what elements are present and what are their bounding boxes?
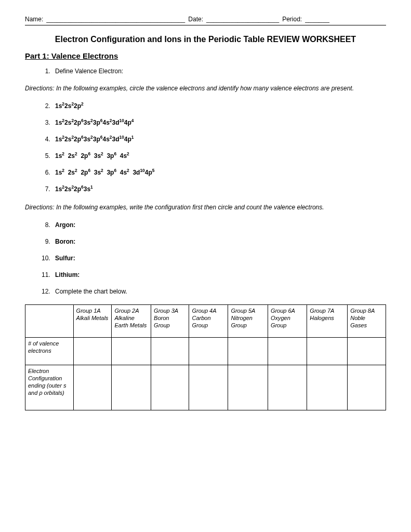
electron-config: 1s22s22p63s23p64s23d104p1 [55,136,134,143]
cell[interactable] [228,337,268,365]
chart-row-valence: # of valence electrons [25,337,386,365]
directions-1: Directions: In the following examples, c… [25,84,386,93]
cell[interactable] [228,365,268,410]
worksheet-page: Name: __________________________________… [0,0,411,532]
col-group-4a: Group 4ACarbon Group [189,304,228,337]
cell[interactable] [112,365,151,410]
question-2: 1s22s22p2 [52,102,386,110]
cell[interactable] [189,365,228,410]
col-group-5a: Group 5ANitrogen Group [228,304,268,337]
groups-chart: Group 1AAlkali Metals Group 2AAlkaline E… [25,304,386,410]
cell[interactable] [307,337,348,365]
row-label-config: Electron Configuration ending (outer s a… [25,365,74,410]
header-fields: Name: __________________________________… [25,16,386,25]
cell[interactable] [112,337,151,365]
cell[interactable] [151,365,189,410]
col-group-8a: Group 8ANoble Gases [348,304,386,337]
question-6: 1s2 2s2 2p6 3s2 3p6 4s2 3d104p5 [52,169,386,176]
electron-config: 1s22s22p63s23p64s23d104p4 [55,119,134,126]
question-7: 1s22s22p63s1 [52,185,386,193]
chart-row-config-ending: Electron Configuration ending (outer s a… [25,365,386,410]
period-label: Period: [282,16,302,23]
question-8: Argon: [52,221,386,229]
cell[interactable] [268,365,307,410]
row-label-valence: # of valence electrons [25,337,74,365]
period-blank[interactable]: _______ [305,16,329,23]
electron-config: 1s22s22p2 [55,102,84,110]
question-12: Complete the chart below. [52,288,386,295]
question-4: 1s22s22p63s23p64s23d104p1 [52,136,386,143]
date-blank[interactable]: _____________________ [206,16,279,23]
directions-2: Directions: In the following examples, w… [25,203,386,212]
col-group-6a: Group 6AOxygen Group [268,304,307,337]
chart-header-row: Group 1AAlkali Metals Group 2AAlkaline E… [25,304,386,337]
electron-config: 1s22s22p63s1 [55,185,93,193]
col-group-3a: Group 3ABoron Group [151,304,189,337]
date-label: Date: [188,16,203,23]
question-1: Define Valence Electron: [52,68,386,75]
chart-corner-cell [25,304,74,337]
name-blank[interactable]: ________________________________________ [46,16,185,23]
col-group-2a: Group 2AAlkaline Earth Metals [112,304,151,337]
cell[interactable] [348,365,386,410]
question-10: Sulfur: [52,255,386,262]
cell[interactable] [268,337,307,365]
cell[interactable] [73,365,112,410]
col-group-7a: Group 7AHalogens [307,304,348,337]
part1-heading: Part 1: Valence Electrons [25,51,386,60]
cell[interactable] [189,337,228,365]
col-group-1a: Group 1AAlkali Metals [73,304,112,337]
cell[interactable] [348,337,386,365]
question-11: Lithium: [52,271,386,278]
name-label: Name: [25,16,43,23]
electron-config: 1s2 2s2 2p6 3s2 3p6 4s2 3d104p5 [55,169,154,176]
cell[interactable] [73,337,112,365]
page-title: Electron Configuration and Ions in the P… [25,35,386,44]
question-3: 1s22s22p63s23p64s23d104p4 [52,119,386,126]
question-5: 1s2 2s2 2p6 3s2 3p6 4s2 [52,152,386,159]
question-9: Boron: [52,238,386,245]
cell[interactable] [151,337,189,365]
cell[interactable] [307,365,348,410]
electron-config: 1s2 2s2 2p6 3s2 3p6 4s2 [55,152,129,159]
